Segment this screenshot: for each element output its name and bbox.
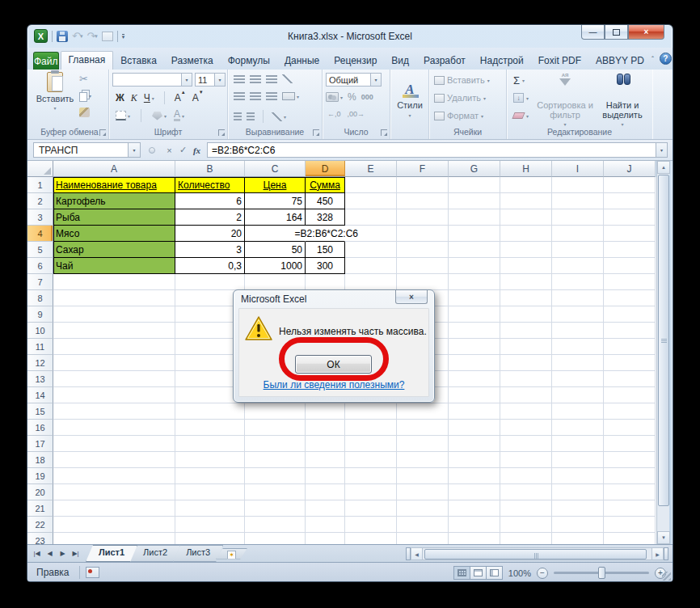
insert-function-button[interactable]: fx <box>190 143 204 158</box>
row-header-11[interactable]: 11 <box>27 339 53 355</box>
insert-cells-button[interactable]: Вставить ▾ <box>434 75 490 85</box>
cell-A16[interactable] <box>53 420 175 436</box>
cell-F1[interactable] <box>397 177 449 193</box>
cell-J4[interactable] <box>604 226 656 242</box>
row-header-14[interactable]: 14 <box>27 387 53 403</box>
cell-I17[interactable] <box>552 436 604 452</box>
cell-I13[interactable] <box>552 371 604 387</box>
horizontal-scrollbar-track[interactable] <box>423 547 652 560</box>
cell-B21[interactable] <box>175 500 245 517</box>
cell-C20[interactable] <box>245 484 306 500</box>
cell-A18[interactable] <box>53 452 175 468</box>
cell-I6[interactable] <box>552 258 604 274</box>
cell-H18[interactable] <box>500 452 552 468</box>
cell-J15[interactable] <box>604 403 656 420</box>
cell-A14[interactable] <box>53 387 175 403</box>
page-break-view-button[interactable] <box>486 566 503 580</box>
row-header-15[interactable]: 15 <box>27 403 53 420</box>
cancel-button[interactable]: × <box>162 143 176 158</box>
cell-J8[interactable] <box>604 290 656 306</box>
column-header-I[interactable]: I <box>552 161 604 177</box>
cell-E22[interactable] <box>345 517 397 533</box>
scroll-right-icon[interactable]: ▶ <box>652 547 664 560</box>
ribbon-tab-Вставка[interactable]: Вставка <box>113 52 164 70</box>
cell-A5[interactable]: Сахар <box>53 242 175 258</box>
cell-A8[interactable] <box>53 290 175 306</box>
cell-G18[interactable] <box>449 452 500 468</box>
borders-button[interactable]: ▾ <box>116 111 130 120</box>
cell-B22[interactable] <box>175 517 245 533</box>
column-header-G[interactable]: G <box>449 161 500 177</box>
cell-I22[interactable] <box>552 517 604 533</box>
cell-C21[interactable] <box>245 500 306 517</box>
cell-E19[interactable] <box>345 468 397 484</box>
cell-J20[interactable] <box>604 484 656 500</box>
cell-B15[interactable] <box>175 403 245 420</box>
row-header-10[interactable]: 10 <box>27 323 53 339</box>
underline-button[interactable]: Ч▾ <box>144 92 154 103</box>
feedback-link[interactable]: Были ли сведения полезными? <box>234 379 434 391</box>
thousands-separator-icon[interactable]: 000 <box>361 93 373 101</box>
cell-I4[interactable] <box>552 226 604 242</box>
cell-H1[interactable] <box>500 177 552 193</box>
fill-color-button[interactable]: ▾ <box>152 112 167 120</box>
bold-button[interactable]: Ж <box>116 92 124 103</box>
cell-H22[interactable] <box>500 517 552 533</box>
cell-F23[interactable] <box>397 533 449 544</box>
cell-H12[interactable] <box>500 355 552 371</box>
font-size-input[interactable]: 11 <box>195 73 215 87</box>
clear-button[interactable]: ▾ <box>513 112 529 119</box>
cell-I7[interactable] <box>552 274 604 290</box>
name-box-dropdown[interactable]: ▾ <box>129 142 141 158</box>
cell-J2[interactable] <box>604 193 656 209</box>
cell-A2[interactable]: Картофель <box>53 193 175 209</box>
merge-center-button[interactable]: ▾ <box>282 92 299 100</box>
cell-F16[interactable] <box>397 420 449 436</box>
number-format-dropdown[interactable]: ▾ <box>371 73 382 87</box>
delete-cells-button[interactable]: Удалить ▾ <box>434 93 486 103</box>
row-header-4[interactable]: 4 <box>27 226 53 242</box>
cell-D16[interactable] <box>306 420 345 436</box>
cell-C16[interactable] <box>245 420 306 436</box>
cell-J16[interactable] <box>604 420 656 436</box>
ribbon-tab-Разработ[interactable]: Разработ <box>416 52 473 70</box>
cell-B19[interactable] <box>175 468 245 484</box>
cell-J18[interactable] <box>604 452 656 468</box>
sheet-tab-Лист2[interactable]: Лист2 <box>130 545 180 562</box>
cell-B2[interactable]: 6 <box>175 193 245 209</box>
dialog-launcher-icon[interactable] <box>218 129 225 136</box>
align-bottom-icon[interactable] <box>266 75 277 83</box>
cell-G7[interactable] <box>449 274 500 290</box>
cell-C23[interactable] <box>245 533 306 544</box>
cell-J1[interactable] <box>604 177 656 193</box>
increase-decimal-icon[interactable]: ←,0 <box>327 110 341 118</box>
paste-button[interactable]: Вставить ▾ <box>36 72 74 127</box>
cell-A9[interactable] <box>53 306 175 323</box>
cell-A17[interactable] <box>53 436 175 452</box>
split-handle[interactable] <box>664 547 668 560</box>
row-header-6[interactable]: 6 <box>27 258 53 274</box>
cell-H5[interactable] <box>500 242 552 258</box>
formula-bar-expand-icon[interactable]: ▾ <box>656 142 668 158</box>
page-layout-view-button[interactable] <box>470 566 487 580</box>
cell-G22[interactable] <box>449 517 500 533</box>
cell-G10[interactable] <box>449 323 500 339</box>
cell-C2[interactable]: 75 <box>245 193 306 209</box>
cell-F3[interactable] <box>397 209 449 226</box>
dialog-launcher-icon[interactable] <box>99 129 106 136</box>
cell-E7[interactable] <box>345 274 397 290</box>
format-cells-button[interactable]: Формат ▾ <box>434 111 483 120</box>
italic-button[interactable]: К <box>131 92 137 104</box>
ribbon-tab-Foxit PDF[interactable]: Foxit PDF <box>531 52 588 70</box>
cell-F2[interactable] <box>397 193 449 209</box>
cell-D3[interactable]: 328 <box>306 209 345 226</box>
scroll-up-icon[interactable]: ▲ <box>657 161 670 174</box>
cell-B1[interactable]: Количество <box>175 177 245 193</box>
cell-I23[interactable] <box>552 533 604 544</box>
tab-file[interactable]: Файл <box>33 52 59 70</box>
cell-J19[interactable] <box>604 468 656 484</box>
cell-F18[interactable] <box>397 452 449 468</box>
cell-A19[interactable] <box>53 468 175 484</box>
font-size-dropdown[interactable]: ▾ <box>215 73 226 87</box>
cell-I5[interactable] <box>552 242 604 258</box>
